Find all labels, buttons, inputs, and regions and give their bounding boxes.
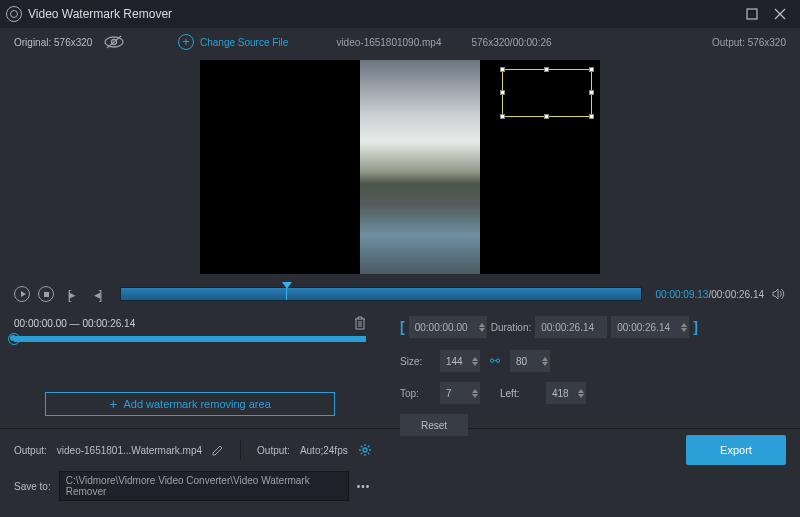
close-button[interactable]: [766, 0, 794, 28]
svg-point-4: [363, 448, 367, 452]
mark-out-button[interactable]: ◂]: [88, 286, 106, 302]
stop-button[interactable]: [38, 286, 54, 302]
bracket-out-icon[interactable]: ]: [693, 319, 698, 335]
resize-handle[interactable]: [500, 90, 505, 95]
left-label: Left:: [500, 388, 536, 399]
bracket-in-icon[interactable]: [: [400, 319, 405, 335]
start-time-input[interactable]: 00:00:00.00: [409, 316, 487, 338]
size-label: Size:: [400, 356, 430, 367]
resize-handle[interactable]: [544, 67, 549, 72]
add-watermark-area-button[interactable]: + Add watermark removing area: [45, 392, 335, 416]
video-canvas[interactable]: [200, 60, 600, 274]
timeline-slider[interactable]: [120, 287, 642, 301]
clip-range-text: 00:00:00.00 — 00:00:26.14: [14, 318, 135, 329]
resize-handle[interactable]: [544, 114, 549, 119]
original-label: Original: 576x320: [14, 37, 92, 48]
save-path-input[interactable]: C:\Vidmore\Vidmore Video Converter\Video…: [59, 471, 349, 501]
mark-in-button[interactable]: [▸: [62, 286, 80, 302]
playback-controls: [▸ ◂] 00:00:09.13/00:00:26.14: [0, 280, 800, 308]
plus-icon: +: [178, 34, 194, 50]
link-aspect-icon[interactable]: ⚯: [490, 354, 500, 368]
resize-handle[interactable]: [500, 114, 505, 119]
svg-rect-0: [747, 9, 757, 19]
width-input[interactable]: 144: [440, 350, 480, 372]
output-format-value: Auto;24fps: [300, 445, 348, 456]
filename-text: video-1651801090.mp4: [336, 37, 441, 48]
duration-label: Duration:: [491, 322, 532, 333]
file-meta-text: 576x320/00:00:26: [471, 37, 551, 48]
browse-path-button[interactable]: •••: [357, 481, 371, 492]
reset-button[interactable]: Reset: [400, 414, 468, 436]
rename-icon[interactable]: [212, 444, 224, 456]
watermark-selection-rect[interactable]: [502, 69, 592, 117]
save-to-label: Save to:: [14, 481, 51, 492]
output-format-label: Output:: [257, 445, 290, 456]
volume-icon[interactable]: [772, 287, 786, 301]
left-input[interactable]: 418: [546, 382, 586, 404]
timeline-playhead[interactable]: [282, 282, 292, 289]
bottom-bar: Output: video-1651801...Watermark.mp4 Ou…: [0, 428, 800, 507]
top-input[interactable]: 7: [440, 382, 480, 404]
output-file-label: Output:: [14, 445, 47, 456]
top-label: Top:: [400, 388, 430, 399]
resize-handle[interactable]: [500, 67, 505, 72]
output-file-name: video-1651801...Watermark.mp4: [57, 445, 202, 456]
clip-item[interactable]: 00:00:00.00 — 00:00:26.14: [14, 316, 366, 330]
preview-area: [0, 56, 800, 280]
info-bar: Original: 576x320 + Change Source File v…: [0, 28, 800, 56]
properties-panel: [ 00:00:00.00 Duration:00:00:26.14 00:00…: [380, 308, 800, 428]
minimize-button[interactable]: [738, 0, 766, 28]
duration-input[interactable]: 00:00:26.14: [535, 316, 607, 338]
resize-handle[interactable]: [589, 67, 594, 72]
clips-panel: 00:00:00.00 — 00:00:26.14 + Add watermar…: [0, 308, 380, 428]
clip-timeline[interactable]: [14, 336, 366, 342]
resize-handle[interactable]: [589, 114, 594, 119]
height-input[interactable]: 80: [510, 350, 550, 372]
resize-handle[interactable]: [589, 90, 594, 95]
change-source-button[interactable]: + Change Source File: [178, 34, 288, 50]
output-size-text: Output: 576x320: [712, 37, 786, 48]
plus-icon: +: [109, 396, 117, 412]
export-button[interactable]: Export: [686, 435, 786, 465]
titlebar: Video Watermark Remover: [0, 0, 800, 28]
app-logo-icon: [6, 6, 22, 22]
delete-clip-icon[interactable]: [354, 316, 366, 330]
preview-toggle-icon[interactable]: [104, 35, 124, 49]
end-time-input[interactable]: 00:00:26.14: [611, 316, 689, 338]
video-frame-image: [360, 60, 480, 274]
play-button[interactable]: [14, 286, 30, 302]
settings-icon[interactable]: [358, 443, 372, 457]
app-title: Video Watermark Remover: [28, 7, 738, 21]
change-source-label: Change Source File: [200, 37, 288, 48]
time-display: 00:00:09.13/00:00:26.14: [656, 289, 764, 300]
add-area-label: Add watermark removing area: [123, 398, 270, 410]
